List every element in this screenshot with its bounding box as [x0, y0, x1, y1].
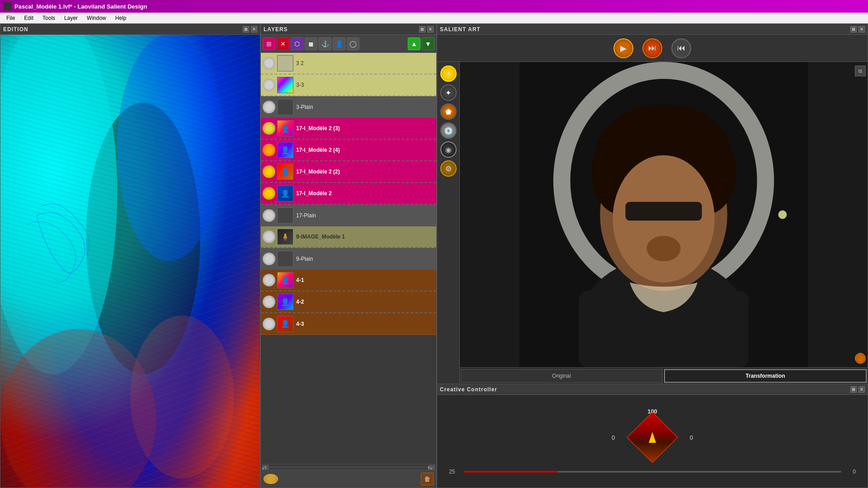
- layer-eye-icon[interactable]: [264, 474, 278, 484]
- layer-delete-btn[interactable]: 🗑: [421, 473, 434, 485]
- list-item[interactable]: 👤 17-I_Modèle 2 (2): [261, 161, 436, 183]
- list-item[interactable]: 👤 17-I_Modèle 2 (3): [261, 118, 436, 140]
- list-item[interactable]: 3-Plain: [261, 96, 436, 118]
- menu-tools[interactable]: Tools: [38, 14, 60, 22]
- layers-tool-grid[interactable]: ⊞: [263, 38, 275, 50]
- layers-tool-circle[interactable]: ◯: [347, 38, 359, 50]
- list-item[interactable]: 17-Plain: [261, 205, 436, 226]
- layers-tool-down[interactable]: ▼: [422, 38, 434, 50]
- layer-name-17mod2: 17-I_Modèle 2 (2): [296, 169, 434, 175]
- list-item[interactable]: 3-3: [261, 75, 436, 96]
- layer-visibility-4-1[interactable]: [263, 274, 275, 286]
- layer-visibility-3-2[interactable]: [263, 57, 275, 70]
- play-forward-btn[interactable]: ▶: [613, 38, 633, 58]
- layers-tool-up[interactable]: ▲: [408, 38, 420, 50]
- salient-tools: ☀ ✦ ⬟ 💿 ◉ ⚙: [437, 62, 460, 384]
- layer-visibility-4-3[interactable]: [263, 318, 275, 330]
- cc-slider[interactable]: [463, 471, 841, 473]
- layers-panel: Layers ⊞ ✕ ⊞ ✕ ⬡ ◼ ⚓ 👤 ◯ ▲ ▼ 3 2: [260, 23, 437, 488]
- cc-diamond-area: 100 0 0: [612, 408, 693, 467]
- salient-header: Salient Art ⊞ ✕: [437, 24, 868, 35]
- title-text: Pascal_Modèle 1.lvf* - Laoviland Salient…: [14, 3, 147, 10]
- menu-file[interactable]: File: [2, 14, 19, 22]
- list-item[interactable]: 👤 17-I_Modèle 2 (4): [261, 140, 436, 161]
- creative-title: Creative Controller: [440, 386, 497, 393]
- edition-panel-close[interactable]: ✕: [251, 26, 257, 33]
- edition-panel-resize[interactable]: ⊞: [243, 26, 249, 33]
- layer-name-9plain: 9-Plain: [296, 256, 434, 262]
- layers-scrollbar-track[interactable]: [269, 466, 428, 469]
- layers-scrollbar-h[interactable]: ◁ ▷: [261, 464, 436, 469]
- salient-color-wheel[interactable]: [855, 353, 866, 364]
- list-item[interactable]: 👤 4-1: [261, 270, 436, 291]
- layer-name-3plain: 3-Plain: [296, 104, 434, 110]
- layers-tool-x[interactable]: ✕: [277, 38, 289, 50]
- layer-visibility-4-2[interactable]: [263, 296, 275, 308]
- salient-title: Salient Art: [440, 26, 481, 33]
- salient-panel-close[interactable]: ✕: [859, 26, 865, 33]
- salient-tool-compass[interactable]: ✦: [440, 84, 457, 101]
- play-prev-btn[interactable]: ⏮: [671, 38, 691, 58]
- menu-window[interactable]: Window: [82, 14, 111, 22]
- list-item[interactable]: 👤 4-3: [261, 313, 436, 335]
- play-next-btn[interactable]: ⏭: [642, 38, 662, 58]
- layer-name-4-3: 4-3: [296, 321, 434, 327]
- layer-visibility-17mod4[interactable]: [263, 144, 275, 156]
- salient-tool-sun[interactable]: ☀: [440, 66, 457, 82]
- salient-canvas-area: ⧉ Original Transformation: [460, 62, 868, 384]
- creative-panel-resize[interactable]: ⊞: [850, 386, 857, 393]
- salient-tool-dark-circle[interactable]: ◉: [440, 141, 457, 158]
- layer-visibility-9plain[interactable]: [263, 253, 275, 265]
- layer-name-3-3: 3-3: [296, 82, 434, 88]
- salient-tool-cog[interactable]: ⚙: [440, 160, 457, 177]
- layer-name-9image: 9-IMAGE_Modèle 1: [296, 234, 434, 240]
- menu-bar: File Edit Tools Layer Window Help: [0, 13, 868, 23]
- layers-tool-person[interactable]: 👤: [333, 38, 345, 50]
- original-btn[interactable]: Original: [461, 369, 662, 383]
- layer-thumb-3-2: [277, 55, 293, 71]
- salient-panel-resize[interactable]: ⊞: [850, 26, 857, 33]
- salient-transport: ▶ ⏭ ⏮: [437, 35, 868, 62]
- layers-header: Layers ⊞ ✕: [261, 24, 436, 35]
- menu-help[interactable]: Help: [111, 14, 131, 22]
- layer-thumb-17mod2: 👤: [277, 164, 293, 180]
- layers-tool-fx[interactable]: ⬡: [291, 38, 303, 50]
- layer-thumb-17plain: [277, 207, 293, 224]
- creative-panel-close[interactable]: ✕: [859, 386, 865, 393]
- list-item[interactable]: 9-Plain: [261, 248, 436, 270]
- layers-panel-close[interactable]: ✕: [427, 26, 434, 33]
- svg-point-4: [130, 315, 234, 479]
- salient-tool-disk[interactable]: 💿: [440, 122, 457, 139]
- layers-tool-anchor[interactable]: ⚓: [319, 38, 331, 50]
- layer-visibility-9image[interactable]: [263, 230, 275, 243]
- layers-panel-resize[interactable]: ⊞: [419, 26, 425, 33]
- layer-thumb-3plain: [277, 99, 293, 115]
- menu-edit[interactable]: Edit: [19, 14, 38, 22]
- layer-visibility-17mod2[interactable]: [263, 165, 275, 178]
- layer-thumb-17mod: 👤: [277, 185, 293, 202]
- layer-visibility-3-3[interactable]: [263, 79, 275, 91]
- layer-visibility-17mod[interactable]: [263, 187, 275, 200]
- scroll-left[interactable]: ◁: [262, 465, 269, 469]
- layer-thumb-17mod3: 👤: [277, 120, 293, 136]
- layers-tool-square[interactable]: ◼: [305, 38, 317, 50]
- list-item[interactable]: 3 2: [261, 53, 436, 75]
- salient-tool-palette[interactable]: ⬟: [440, 103, 457, 120]
- cc-diamond[interactable]: [627, 412, 678, 463]
- list-item[interactable]: 👤 4-2: [261, 291, 436, 313]
- list-item[interactable]: 🧍 9-IMAGE_Modèle 1: [261, 226, 436, 248]
- layer-thumb-4-1: 👤: [277, 272, 293, 288]
- transformation-btn[interactable]: Transformation: [664, 369, 867, 383]
- layer-visibility-17plain[interactable]: [263, 209, 275, 222]
- edition-header: Edition ⊞ ✕: [0, 24, 260, 35]
- salient-copy-tool[interactable]: ⧉: [855, 66, 866, 76]
- list-item[interactable]: 👤 17-I_Modèle 2: [261, 183, 436, 205]
- layer-name-4-1: 4-1: [296, 277, 434, 283]
- scroll-right[interactable]: ▷: [428, 465, 435, 469]
- layer-visibility-3plain[interactable]: [263, 101, 275, 113]
- layers-title: Layers: [264, 26, 288, 33]
- menu-layer[interactable]: Layer: [60, 14, 82, 22]
- svg-point-2: [117, 35, 221, 261]
- layer-visibility-17mod3[interactable]: [263, 122, 275, 135]
- svg-point-16: [778, 211, 787, 219]
